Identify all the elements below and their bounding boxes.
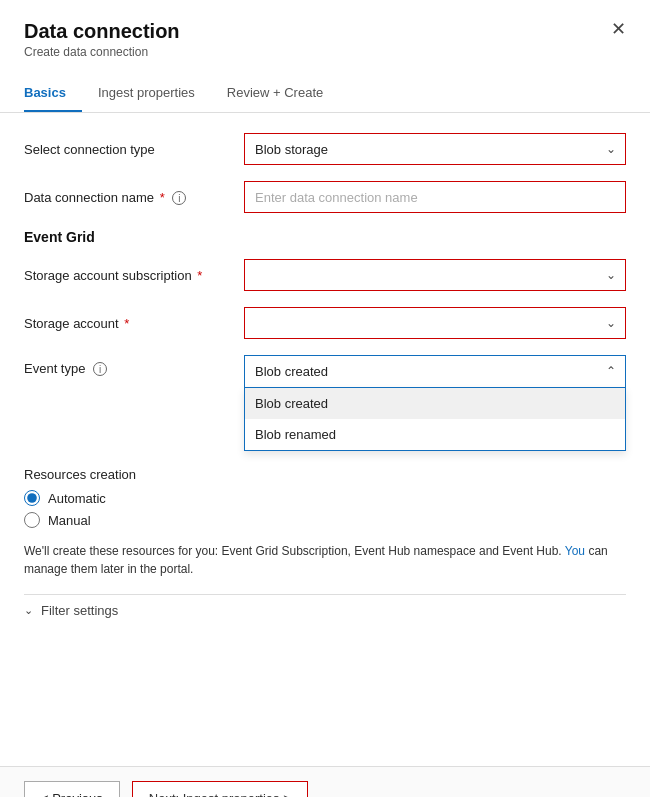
storage-subscription-row: Storage account subscription * ⌄ bbox=[24, 259, 626, 291]
radio-manual-row: Manual bbox=[24, 512, 626, 528]
storage-subscription-select[interactable] bbox=[244, 259, 626, 291]
event-type-dropdown-wrapper: Blob created ⌃ Blob created Blob renamed bbox=[244, 355, 626, 387]
event-type-dropdown-list: Blob created Blob renamed bbox=[244, 387, 626, 451]
tab-review-create[interactable]: Review + Create bbox=[227, 75, 339, 112]
event-type-option-blob-created[interactable]: Blob created bbox=[245, 388, 625, 419]
storage-account-row: Storage account * ⌄ bbox=[24, 307, 626, 339]
connection-name-row: Data connection name * i bbox=[24, 181, 626, 213]
tabs-bar: Basics Ingest properties Review + Create bbox=[0, 75, 650, 113]
storage-account-select[interactable] bbox=[244, 307, 626, 339]
connection-type-select[interactable]: Blob storage bbox=[244, 133, 626, 165]
modal-body: Select connection type Blob storage ⌄ Da… bbox=[0, 113, 650, 766]
radio-manual-label[interactable]: Manual bbox=[48, 513, 91, 528]
resources-creation-section: Resources creation Automatic Manual bbox=[24, 467, 626, 528]
radio-automatic-row: Automatic bbox=[24, 490, 626, 506]
event-type-row: Event type i Blob created ⌃ Blob created… bbox=[24, 355, 626, 387]
tab-ingest-properties[interactable]: Ingest properties bbox=[98, 75, 211, 112]
resources-creation-label: Resources creation bbox=[24, 467, 626, 482]
manage-link[interactable]: You bbox=[565, 544, 585, 558]
required-indicator: * bbox=[160, 190, 165, 205]
radio-automatic-label[interactable]: Automatic bbox=[48, 491, 106, 506]
filter-settings-label: Filter settings bbox=[41, 603, 118, 618]
event-type-info-icon[interactable]: i bbox=[93, 362, 107, 376]
connection-type-row: Select connection type Blob storage ⌄ bbox=[24, 133, 626, 165]
event-grid-section-title: Event Grid bbox=[24, 229, 626, 245]
connection-name-input[interactable] bbox=[244, 181, 626, 213]
info-text: We'll create these resources for you: Ev… bbox=[24, 542, 626, 578]
header-text: Data connection Create data connection bbox=[24, 20, 180, 59]
chevron-up-icon: ⌃ bbox=[606, 364, 616, 378]
storage-account-label: Storage account * bbox=[24, 316, 244, 331]
event-type-dropdown-trigger[interactable]: Blob created ⌃ bbox=[244, 355, 626, 387]
storage-account-select-wrapper: ⌄ bbox=[244, 307, 626, 339]
connection-type-label: Select connection type bbox=[24, 142, 244, 157]
tab-basics[interactable]: Basics bbox=[24, 75, 82, 112]
connection-type-select-wrapper: Blob storage ⌄ bbox=[244, 133, 626, 165]
filter-chevron-icon: ⌄ bbox=[24, 604, 33, 617]
modal-title: Data connection bbox=[24, 20, 180, 43]
storage-subscription-select-wrapper: ⌄ bbox=[244, 259, 626, 291]
storage-subscription-label: Storage account subscription * bbox=[24, 268, 244, 283]
empty-spacer bbox=[24, 626, 626, 746]
next-button[interactable]: Next: Ingest properties > bbox=[132, 781, 308, 797]
required-indicator-2: * bbox=[197, 268, 202, 283]
required-indicator-3: * bbox=[124, 316, 129, 331]
radio-manual[interactable] bbox=[24, 512, 40, 528]
modal-footer: < Previous Next: Ingest properties > bbox=[0, 766, 650, 797]
modal-subtitle: Create data connection bbox=[24, 45, 180, 59]
data-connection-modal: Data connection Create data connection ✕… bbox=[0, 0, 650, 797]
filter-settings-row[interactable]: ⌄ Filter settings bbox=[24, 594, 626, 626]
connection-name-info-icon[interactable]: i bbox=[172, 191, 186, 205]
connection-name-label: Data connection name * i bbox=[24, 190, 244, 205]
previous-button[interactable]: < Previous bbox=[24, 781, 120, 797]
modal-header: Data connection Create data connection ✕ bbox=[0, 0, 650, 67]
close-button[interactable]: ✕ bbox=[611, 20, 626, 38]
event-type-label: Event type i bbox=[24, 361, 244, 376]
event-type-option-blob-renamed[interactable]: Blob renamed bbox=[245, 419, 625, 450]
radio-automatic[interactable] bbox=[24, 490, 40, 506]
